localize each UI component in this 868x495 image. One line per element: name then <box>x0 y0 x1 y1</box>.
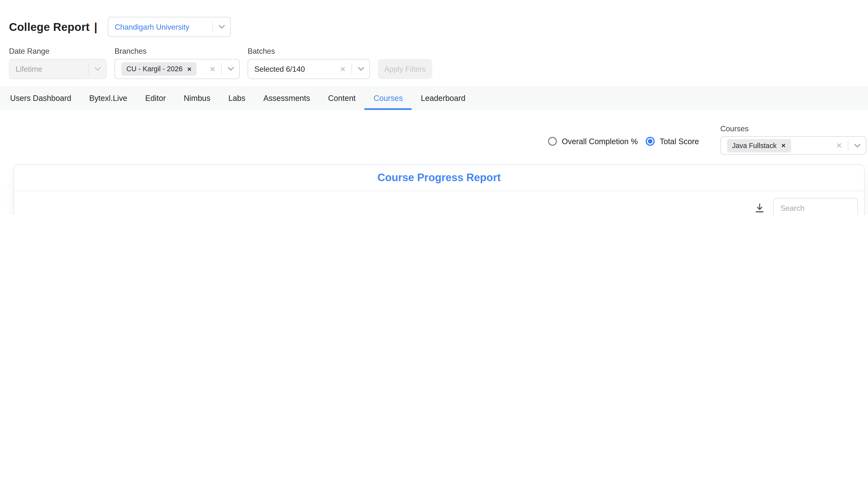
tab[interactable]: Editor <box>136 86 175 110</box>
tab-label: Leaderboard <box>421 93 465 103</box>
tab-label: Bytexl.Live <box>89 93 127 103</box>
university-select[interactable]: Chandigarh University <box>108 17 231 37</box>
top-bar: College Report| Chandigarh University <box>0 0 868 37</box>
chevron-down-icon[interactable] <box>352 67 370 71</box>
tab-label: Labs <box>228 93 245 103</box>
batches-value: Selected 6/140 <box>255 65 305 73</box>
tab[interactable]: Courses <box>365 86 412 110</box>
batches-select[interactable]: Selected 6/140 ✕ <box>248 59 370 79</box>
branches-filter: Branches CU - Kargil - 2026 ✕ ✕ <box>115 47 240 79</box>
report-card: Course Progress Report Student Name Stud… <box>13 164 865 215</box>
tab[interactable]: Nimbus <box>175 86 219 110</box>
branch-chip-label: CU - Kargil - 2026 <box>126 65 183 73</box>
radio-icon[interactable] <box>548 137 557 146</box>
title-separator: | <box>94 20 97 33</box>
filters-row: Date Range Lifetime Branches CU - Kargil… <box>0 37 868 79</box>
courses-label: Courses <box>720 124 866 133</box>
remove-course-chip-icon[interactable]: ✕ <box>781 142 786 149</box>
page-title: College Report| <box>9 20 97 33</box>
branches-select[interactable]: CU - Kargil - 2026 ✕ ✕ <box>115 59 240 79</box>
tab[interactable]: Leaderboard <box>412 86 474 110</box>
courses-filter: Courses Java Fullstack ✕ ✕ <box>720 124 866 155</box>
batches-label: Batches <box>248 47 370 56</box>
tab-label: Nimbus <box>184 93 210 103</box>
score-mode-radios: Overall Completion % Total Score <box>548 137 699 146</box>
tab-bar: Users Dashboard Bytexl.Live Editor Nimbu… <box>0 86 868 110</box>
tab-label: Courses <box>374 93 403 103</box>
tab-label: Content <box>328 93 356 103</box>
chevron-down-icon <box>88 67 106 71</box>
university-select-value: Chandigarh University <box>115 23 189 31</box>
search-input[interactable] <box>773 198 858 215</box>
clear-courses-icon[interactable]: ✕ <box>831 142 848 149</box>
tab[interactable]: Labs <box>219 86 255 110</box>
tab[interactable]: Assessments <box>255 86 319 110</box>
tab[interactable]: Users Dashboard <box>1 86 80 110</box>
chevron-down-icon[interactable] <box>213 24 230 29</box>
date-range-select[interactable]: Lifetime <box>9 59 107 79</box>
radio-option[interactable]: Overall Completion % <box>548 137 638 146</box>
course-chip-label: Java Fullstack <box>732 141 777 149</box>
branch-chip: CU - Kargil - 2026 ✕ <box>121 62 197 75</box>
tab[interactable]: Content <box>319 86 365 110</box>
date-range-value: Lifetime <box>16 65 42 73</box>
tab-label: Editor <box>145 93 166 103</box>
chevron-down-icon[interactable] <box>848 143 866 148</box>
tab[interactable]: Bytexl.Live <box>80 86 136 110</box>
page: College Report| Chandigarh University Da… <box>0 0 868 215</box>
radio-icon[interactable] <box>645 137 655 146</box>
report-title: Course Progress Report <box>14 165 864 191</box>
radio-option-label: Total Score <box>660 137 699 146</box>
radio-option[interactable]: Total Score <box>645 137 699 146</box>
clear-batches-icon[interactable]: ✕ <box>334 65 351 73</box>
page-title-text: College Report <box>9 20 89 33</box>
radio-option-label: Overall Completion % <box>562 137 638 146</box>
courses-select[interactable]: Java Fullstack ✕ ✕ <box>720 136 866 155</box>
tab-label: Users Dashboard <box>10 93 71 103</box>
report-toolbar <box>14 191 864 215</box>
date-range-filter: Date Range Lifetime <box>9 47 107 79</box>
remove-branch-chip-icon[interactable]: ✕ <box>187 66 192 72</box>
apply-filters-button[interactable]: Apply Filters <box>378 59 432 79</box>
branches-label: Branches <box>115 47 240 56</box>
tab-label: Assessments <box>263 93 310 103</box>
course-chip: Java Fullstack ✕ <box>727 139 791 152</box>
date-range-label: Date Range <box>9 47 107 56</box>
chevron-down-icon[interactable] <box>222 67 239 71</box>
controls-row: Overall Completion % Total Score Courses… <box>0 110 868 155</box>
download-icon[interactable] <box>754 203 765 214</box>
batches-filter: Batches Selected 6/140 ✕ <box>248 47 370 79</box>
clear-branches-icon[interactable]: ✕ <box>204 65 221 73</box>
